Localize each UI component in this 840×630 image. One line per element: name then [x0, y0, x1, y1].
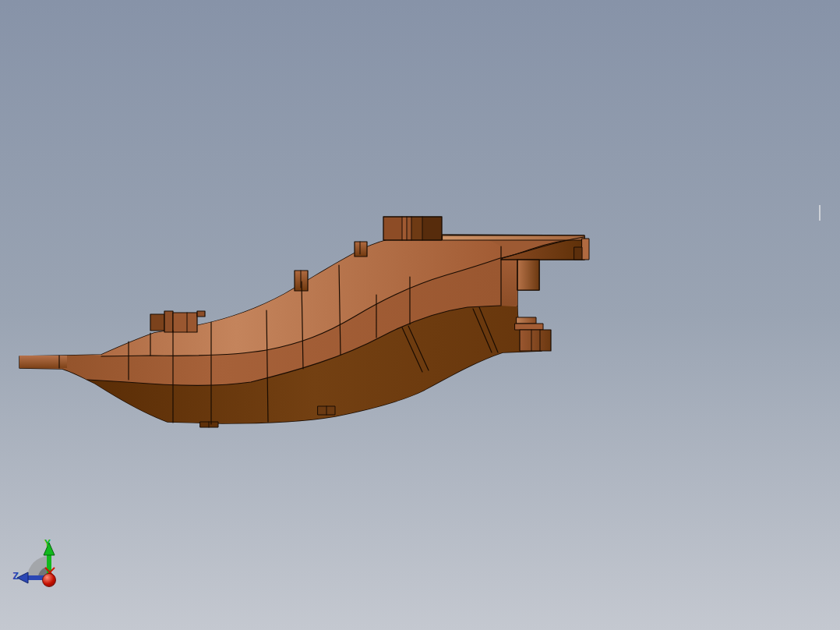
- model-lower-ledge-top[interactable]: [517, 317, 536, 324]
- z-axis-label: Z: [12, 570, 19, 582]
- model-lower-ledge[interactable]: [515, 324, 543, 330]
- model-bottom-tab-right[interactable]: [318, 406, 335, 415]
- model-tail-bar[interactable]: [19, 356, 67, 368]
- model-bottom-tab-left[interactable]: [200, 422, 218, 427]
- model-flange-notch[interactable]: [574, 247, 582, 260]
- model-top-tab-left[interactable]: [295, 271, 308, 291]
- viewport-canvas[interactable]: Y Z: [0, 0, 840, 630]
- scrollbar-artifact: [819, 205, 821, 221]
- y-axis-label: Y: [44, 537, 51, 549]
- model-hanging-boss[interactable]: [517, 260, 539, 290]
- model-top-tab-right[interactable]: [355, 242, 367, 257]
- model-right-face-strip[interactable]: [501, 260, 517, 306]
- cad-viewport[interactable]: Y Z: [0, 0, 840, 630]
- origin-sphere: [43, 574, 56, 587]
- model-flange-lip[interactable]: [582, 239, 589, 260]
- model-top-block[interactable]: [383, 217, 442, 240]
- model-lower-blocks[interactable]: [520, 330, 551, 351]
- model-top-flange[interactable]: [443, 235, 584, 240]
- model-left-boss-cluster[interactable]: [150, 311, 205, 332]
